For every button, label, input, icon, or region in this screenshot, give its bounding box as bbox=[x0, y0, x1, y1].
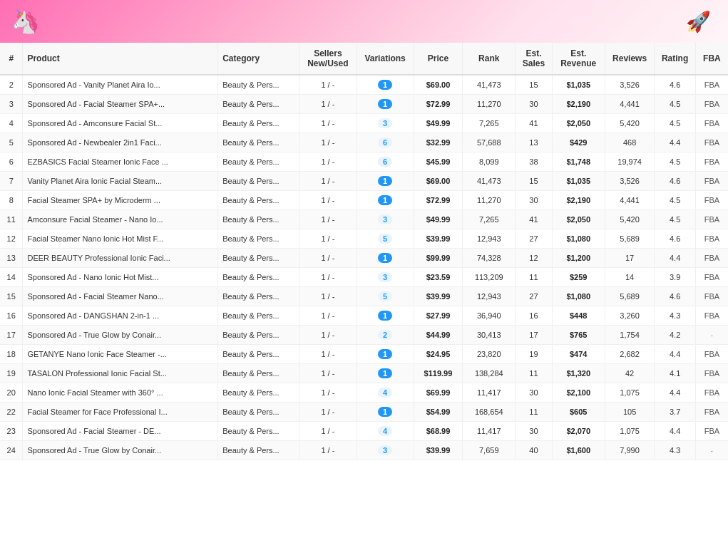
cell-revenue: $2,050 bbox=[552, 210, 605, 229]
cell-category: Beauty & Pers... bbox=[218, 229, 299, 249]
cell-sellers: 1 / - bbox=[299, 403, 357, 422]
cell-fba: FBA bbox=[695, 133, 728, 152]
cell-reviews: 17 bbox=[605, 249, 655, 268]
cell-category: Beauty & Pers... bbox=[218, 152, 299, 172]
cell-reviews: 5,420 bbox=[605, 210, 655, 229]
cell-product: Sponsored Ad - True Glow by Conair... bbox=[23, 326, 218, 345]
table-row: 11 Amconsure Facial Steamer - Nano Io...… bbox=[0, 210, 728, 229]
cell-reviews: 1,075 bbox=[605, 383, 655, 403]
cell-sellers: 1 / - bbox=[299, 306, 357, 326]
cell-rating: 4.5 bbox=[655, 152, 695, 172]
cell-product: Facial Steamer for Face Professional I..… bbox=[23, 403, 218, 422]
rocket-icon: 🚀 bbox=[686, 10, 711, 33]
cell-sellers: 1 / - bbox=[299, 191, 357, 210]
cell-sellers: 1 / - bbox=[299, 326, 357, 345]
cell-product: Sponsored Ad - DANGSHAN 2-in-1 ... bbox=[23, 306, 218, 326]
cell-price: $69.00 bbox=[414, 75, 462, 95]
cell-category: Beauty & Pers... bbox=[218, 75, 299, 95]
cell-category: Beauty & Pers... bbox=[218, 210, 299, 229]
cell-product: DEER BEAUTY Professional Ionic Faci... bbox=[23, 249, 218, 268]
cell-rank: 12,943 bbox=[463, 287, 516, 306]
table-row: 17 Sponsored Ad - True Glow by Conair...… bbox=[0, 326, 728, 345]
cell-sellers: 1 / - bbox=[299, 133, 357, 152]
cell-revenue: $1,748 bbox=[552, 152, 605, 172]
cell-reviews: 3,526 bbox=[605, 172, 655, 191]
cell-sellers: 1 / - bbox=[299, 383, 357, 403]
cell-sales: 30 bbox=[516, 95, 552, 114]
cell-revenue: $1,600 bbox=[552, 441, 605, 460]
cell-revenue: $1,080 bbox=[552, 287, 605, 306]
cell-sellers: 1 / - bbox=[299, 95, 357, 114]
cell-revenue: $605 bbox=[552, 403, 605, 422]
cell-reviews: 2,682 bbox=[605, 345, 655, 364]
cell-variations: 5 bbox=[357, 229, 414, 249]
cell-variations: 3 bbox=[357, 114, 414, 133]
cell-fba: FBA bbox=[695, 152, 728, 172]
cell-sales: 12 bbox=[516, 249, 552, 268]
cell-reviews: 1,754 bbox=[605, 326, 655, 345]
cell-rank: 11,417 bbox=[463, 422, 516, 441]
cell-product: Amconsure Facial Steamer - Nano Io... bbox=[23, 210, 218, 229]
cell-num: 5 bbox=[0, 133, 23, 152]
cell-reviews: 468 bbox=[605, 133, 655, 152]
cell-revenue: $2,100 bbox=[552, 383, 605, 403]
cell-sales: 41 bbox=[516, 114, 552, 133]
cell-num: 15 bbox=[0, 287, 23, 306]
cell-num: 22 bbox=[0, 403, 23, 422]
cell-category: Beauty & Pers... bbox=[218, 364, 299, 383]
cell-sales: 30 bbox=[516, 383, 552, 403]
cell-rank: 12,943 bbox=[463, 229, 516, 249]
cell-fba: FBA bbox=[695, 306, 728, 326]
cell-revenue: $2,190 bbox=[552, 95, 605, 114]
cell-rank: 36,940 bbox=[463, 306, 516, 326]
cell-sales: 11 bbox=[516, 268, 552, 287]
cell-price: $68.99 bbox=[414, 422, 462, 441]
cell-price: $72.99 bbox=[414, 95, 462, 114]
cell-category: Beauty & Pers... bbox=[218, 326, 299, 345]
cell-price: $39.99 bbox=[414, 441, 462, 460]
cell-revenue: $2,050 bbox=[552, 114, 605, 133]
col-header-reviews: Reviews bbox=[605, 43, 655, 75]
cell-fba: - bbox=[695, 441, 728, 460]
cell-variations: 4 bbox=[357, 383, 414, 403]
cell-variations: 3 bbox=[357, 268, 414, 287]
cell-variations: 1 bbox=[357, 306, 414, 326]
cell-price: $32.99 bbox=[414, 133, 462, 152]
cell-fba: FBA bbox=[695, 422, 728, 441]
cell-fba: FBA bbox=[695, 364, 728, 383]
cell-sellers: 1 / - bbox=[299, 422, 357, 441]
cell-rank: 7,265 bbox=[463, 210, 516, 229]
cell-variations: 3 bbox=[357, 441, 414, 460]
cell-revenue: $1,200 bbox=[552, 249, 605, 268]
cell-fba: FBA bbox=[695, 95, 728, 114]
cell-variations: 6 bbox=[357, 152, 414, 172]
col-header-variations: Variations bbox=[357, 43, 414, 75]
col-header-sellers: SellersNew/Used bbox=[299, 43, 357, 75]
cell-category: Beauty & Pers... bbox=[218, 114, 299, 133]
cell-fba: FBA bbox=[695, 383, 728, 403]
cell-rank: 41,473 bbox=[463, 75, 516, 95]
cell-price: $72.99 bbox=[414, 191, 462, 210]
cell-reviews: 5,689 bbox=[605, 229, 655, 249]
cell-rating: 4.6 bbox=[655, 75, 695, 95]
cell-fba: FBA bbox=[695, 268, 728, 287]
cell-sellers: 1 / - bbox=[299, 172, 357, 191]
cell-rating: 4.4 bbox=[655, 422, 695, 441]
cell-rating: 4.4 bbox=[655, 345, 695, 364]
table-row: 3 Sponsored Ad - Facial Steamer SPA+... … bbox=[0, 95, 728, 114]
table-row: 5 Sponsored Ad - Newbealer 2in1 Faci... … bbox=[0, 133, 728, 152]
cell-sales: 17 bbox=[516, 326, 552, 345]
cell-category: Beauty & Pers... bbox=[218, 345, 299, 364]
cell-num: 2 bbox=[0, 75, 23, 95]
cell-num: 8 bbox=[0, 191, 23, 210]
cell-rank: 7,265 bbox=[463, 114, 516, 133]
col-header-rating: Rating bbox=[655, 43, 695, 75]
cell-sales: 27 bbox=[516, 229, 552, 249]
cell-reviews: 19,974 bbox=[605, 152, 655, 172]
col-header-rank: Rank bbox=[463, 43, 516, 75]
cell-num: 24 bbox=[0, 441, 23, 460]
cell-reviews: 42 bbox=[605, 364, 655, 383]
cell-reviews: 3,526 bbox=[605, 75, 655, 95]
cell-sellers: 1 / - bbox=[299, 152, 357, 172]
cell-category: Beauty & Pers... bbox=[218, 133, 299, 152]
